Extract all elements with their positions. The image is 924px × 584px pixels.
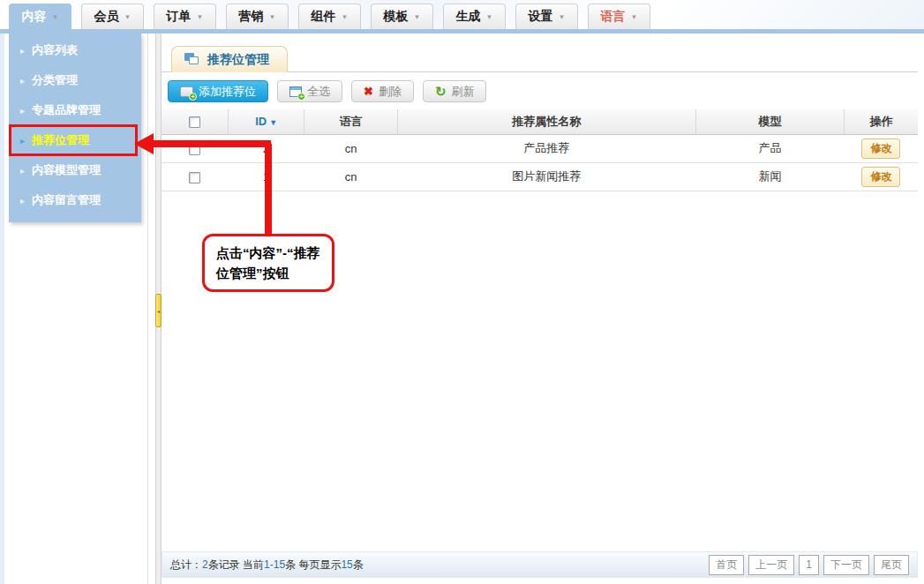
- column-header-name: 推荐属性名称: [397, 109, 695, 134]
- nav-tab-label: 语言: [601, 9, 626, 25]
- cell-name: 图片新闻推荐: [397, 162, 695, 191]
- column-header-action: 操作: [845, 109, 918, 134]
- table-row: 1 cn 图片新闻推荐 新闻 修改: [162, 162, 918, 191]
- column-header-model: 模型: [695, 109, 845, 134]
- row-checkbox[interactable]: [189, 144, 200, 155]
- column-header-language: 语言: [304, 109, 397, 134]
- nav-tab-language[interactable]: 语言 ▼: [588, 4, 650, 29]
- prev-page-button[interactable]: 上一页: [748, 555, 794, 575]
- column-header-id[interactable]: ID▼: [228, 109, 304, 134]
- sidebar-item-label: 专题品牌管理: [32, 102, 101, 118]
- last-page-button[interactable]: 尾页: [874, 555, 909, 575]
- sidebar-item-recommendation-management[interactable]: ▸ 推荐位管理: [9, 125, 141, 155]
- cell-language: cn: [304, 162, 397, 191]
- status-text: 总计：2条记录 当前1-15条 每页显示15条: [170, 558, 364, 573]
- refresh-button-label: 刷新: [451, 84, 474, 100]
- collapse-arrow-icon: ◂: [157, 308, 160, 314]
- add-recommendation-button[interactable]: + 添加推荐位: [168, 80, 268, 102]
- cell-id: 2: [228, 134, 304, 162]
- chevron-down-icon: ▼: [342, 13, 349, 21]
- plus-badge-icon: +: [297, 93, 305, 101]
- nav-tab-content[interactable]: 内容 ▼: [9, 4, 71, 29]
- nav-tab-label: 会员: [94, 9, 119, 25]
- pagination: 首页 上一页 1 下一页 尾页: [709, 555, 909, 575]
- triangle-bullet-icon: ▸: [20, 46, 25, 56]
- edit-button[interactable]: 修改: [861, 139, 900, 159]
- select-all-button[interactable]: + 全选: [277, 80, 342, 102]
- delete-x-icon: ✖: [364, 85, 373, 98]
- cell-model: 产品: [695, 134, 845, 162]
- sidebar-item-label: 内容列表: [32, 42, 78, 58]
- select-all-icon: +: [289, 86, 302, 97]
- top-navigation-bar: 内容 ▼ 会员 ▼ 订单 ▼ 营销 ▼ 组件 ▼ 模板 ▼ 生成 ▼ 设置 ▼: [0, 0, 924, 29]
- status-bar: 总计：2条记录 当前1-15条 每页显示15条 首页 上一页 1 下一页 尾页: [162, 551, 918, 578]
- sidebar-item-category-management[interactable]: ▸ 分类管理: [9, 65, 141, 95]
- main-content-area: 推荐位管理 + 添加推荐位 + 全选 ✖ 删除 ↻ 刷新: [162, 34, 918, 578]
- chevron-down-icon: ▼: [52, 13, 59, 21]
- cell-id: 1: [228, 162, 304, 191]
- chevron-down-icon: ▼: [197, 13, 204, 21]
- table-row: 2 cn 产品推荐 产品 修改: [162, 134, 918, 162]
- triangle-bullet-icon: ▸: [20, 76, 25, 86]
- select-all-label: 全选: [307, 84, 330, 100]
- plus-badge-icon: +: [189, 93, 197, 101]
- refresh-button[interactable]: ↻ 刷新: [423, 80, 487, 102]
- nav-tab-marketing[interactable]: 营销 ▼: [226, 4, 289, 29]
- triangle-bullet-icon: ▸: [20, 166, 25, 176]
- tab-recommendation-management[interactable]: 推荐位管理: [171, 46, 288, 72]
- chevron-down-icon: ▼: [486, 13, 493, 21]
- sidebar-item-content-message-management[interactable]: ▸ 内容留言管理: [9, 185, 141, 215]
- sidebar-item-content-model-management[interactable]: ▸ 内容模型管理: [9, 155, 141, 185]
- cell-model: 新闻: [695, 162, 845, 191]
- header-checkbox-cell: [162, 109, 228, 134]
- nav-tab-orders[interactable]: 订单 ▼: [154, 4, 216, 29]
- content-tab-title: 推荐位管理: [207, 52, 269, 68]
- splitter-collapse-handle[interactable]: ◂: [155, 294, 162, 327]
- per-page-count: 15: [341, 558, 352, 571]
- content-tab-bar: 推荐位管理: [162, 34, 918, 72]
- select-all-checkbox[interactable]: [189, 116, 200, 128]
- add-button-label: 添加推荐位: [199, 84, 256, 100]
- nav-tab-label: 内容: [22, 9, 47, 25]
- chevron-down-icon: ▼: [631, 13, 638, 21]
- triangle-bullet-icon: ▸: [20, 106, 25, 116]
- sidebar-item-topic-brand-management[interactable]: ▸ 专题品牌管理: [9, 95, 141, 125]
- chevron-down-icon: ▼: [269, 13, 276, 21]
- nav-tab-members[interactable]: 会员 ▼: [81, 4, 144, 29]
- chevron-down-icon: ▼: [124, 13, 131, 21]
- chevron-down-icon: ▼: [559, 13, 566, 21]
- sidebar-item-label: 分类管理: [32, 72, 78, 88]
- first-page-button[interactable]: 首页: [709, 555, 744, 575]
- nav-tab-label: 模板: [384, 9, 409, 25]
- sidebar-item-label: 内容留言管理: [32, 192, 101, 208]
- next-page-button[interactable]: 下一页: [823, 555, 869, 575]
- nav-tab-generate[interactable]: 生成 ▼: [443, 4, 506, 29]
- nav-tab-templates[interactable]: 模板 ▼: [371, 4, 433, 29]
- nav-tab-label: 组件: [312, 9, 336, 25]
- current-page-button[interactable]: 1: [799, 555, 819, 575]
- nav-tab-label: 生成: [456, 9, 481, 25]
- cell-language: cn: [304, 134, 397, 162]
- add-item-icon: +: [180, 86, 193, 97]
- sidebar-item-label: 内容模型管理: [32, 162, 101, 178]
- toolbar: + 添加推荐位 + 全选 ✖ 删除 ↻ 刷新: [162, 72, 918, 109]
- triangle-bullet-icon: ▸: [20, 196, 25, 206]
- sort-desc-icon: ▼: [269, 118, 277, 127]
- panel-splitter[interactable]: ◂: [155, 34, 162, 584]
- edit-button[interactable]: 修改: [861, 167, 900, 187]
- chevron-down-icon: ▼: [414, 13, 421, 21]
- nav-tab-label: 设置: [529, 9, 553, 25]
- nav-tab-label: 订单: [167, 9, 192, 25]
- record-range: 1-15: [264, 558, 285, 571]
- sidebar-item-label: 推荐位管理: [32, 132, 89, 148]
- nav-tab-settings[interactable]: 设置 ▼: [515, 4, 578, 29]
- nav-tabs-row: 内容 ▼ 会员 ▼ 订单 ▼ 营销 ▼ 组件 ▼ 模板 ▼ 生成 ▼ 设置 ▼: [0, 0, 924, 29]
- delete-button[interactable]: ✖ 删除: [351, 80, 414, 102]
- sidebar-item-content-list[interactable]: ▸ 内容列表: [9, 35, 141, 65]
- delete-button-label: 删除: [379, 84, 402, 100]
- row-checkbox[interactable]: [189, 172, 200, 183]
- nav-tab-label: 营销: [239, 9, 264, 25]
- nav-tab-components[interactable]: 组件 ▼: [298, 4, 361, 29]
- sidebar-accent-strip: [0, 34, 4, 584]
- record-count: 2: [202, 558, 208, 571]
